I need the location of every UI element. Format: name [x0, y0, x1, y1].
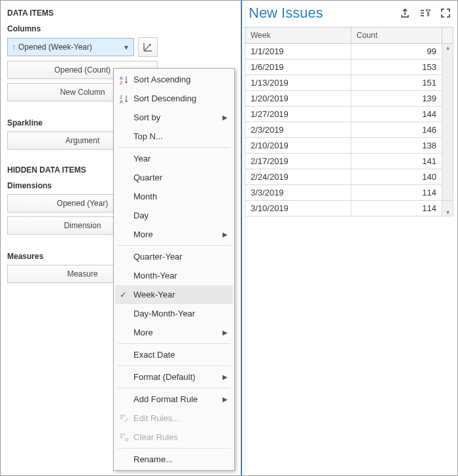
table-row[interactable]: 2/10/2019138	[245, 138, 453, 154]
menu-sort-descending[interactable]: ZASort Descending	[115, 89, 233, 108]
cell-week: 1/20/2019	[245, 91, 351, 107]
panel-title: New Issues	[249, 5, 323, 22]
menu-week-year[interactable]: ✓Week-Year	[115, 285, 233, 304]
cell-week: 3/3/2019	[245, 185, 351, 201]
sort-asc-icon: AZ	[115, 75, 133, 84]
svg-rect-4	[120, 415, 122, 416]
cell-count: 114	[351, 201, 442, 216]
table-row[interactable]: 2/17/2019141	[245, 154, 453, 169]
cell-week: 1/1/2019	[245, 44, 351, 60]
edit-rules-icon	[115, 414, 133, 423]
menu-top-n[interactable]: Top N...	[115, 127, 233, 146]
menu-month-year[interactable]: Month-Year	[115, 266, 233, 285]
context-menu: AZSort Ascending ZASort Descending Sort …	[113, 68, 235, 471]
menu-sort-by[interactable]: Sort by▶	[115, 108, 233, 127]
sort-arrow-icon: ↑	[12, 42, 16, 52]
cell-count: 153	[351, 60, 442, 75]
filter-list-icon[interactable]	[419, 8, 431, 18]
cell-count: 138	[351, 138, 442, 154]
svg-text:Z: Z	[120, 95, 123, 99]
svg-rect-8	[123, 434, 125, 435]
menu-quarter-year[interactable]: Quarter-Year	[115, 247, 233, 266]
table-row[interactable]: 1/13/2019151	[245, 75, 453, 91]
cell-count: 151	[351, 75, 442, 91]
submenu-arrow-icon: ▶	[222, 114, 228, 121]
field-label: Opened (Week-Year)	[18, 42, 92, 52]
menu-format[interactable]: Format (Default)▶	[115, 367, 233, 386]
cell-week: 2/3/2019	[245, 122, 351, 138]
menu-add-format-rule[interactable]: Add Format Rule▶	[115, 390, 233, 409]
menu-month[interactable]: Month	[115, 187, 233, 206]
cell-week: 2/24/2019	[245, 169, 351, 185]
submenu-arrow-icon: ▶	[222, 231, 228, 238]
menu-rename[interactable]: Rename...	[115, 450, 233, 469]
menu-more-1[interactable]: More▶	[115, 225, 233, 244]
cell-count: 144	[351, 107, 442, 122]
svg-rect-5	[123, 415, 125, 416]
cell-week: 3/10/2019	[245, 201, 351, 216]
field-opened-week-year[interactable]: ↑ Opened (Week-Year) ▼	[7, 38, 134, 56]
axis-icon-button[interactable]	[138, 37, 158, 57]
cell-week: 1/13/2019	[245, 75, 351, 91]
table-row[interactable]: 1/20/2019139	[245, 91, 453, 107]
scrollbar-up[interactable]: ▴	[442, 44, 453, 201]
right-panel: New Issues Week Count 1/1/201999▴1/6/201…	[241, 1, 457, 475]
menu-day[interactable]: Day	[115, 206, 233, 225]
menu-more-2[interactable]: More▶	[115, 323, 233, 342]
cell-week: 2/10/2019	[245, 138, 351, 154]
svg-rect-9	[120, 436, 122, 438]
columns-header: Columns	[7, 24, 158, 33]
cell-week: 1/6/2019	[245, 60, 351, 75]
data-grid: Week Count 1/1/201999▴1/6/20191531/13/20…	[245, 27, 453, 216]
scrollbar-down[interactable]: ▾	[442, 201, 453, 216]
export-icon[interactable]	[400, 8, 410, 18]
menu-edit-rules: Edit Rules...	[115, 409, 233, 428]
table-row[interactable]: 3/10/2019114▾	[245, 201, 453, 216]
menu-sort-ascending[interactable]: AZSort Ascending	[115, 70, 233, 89]
table-row[interactable]: 1/27/2019144	[245, 107, 453, 122]
svg-text:Z: Z	[120, 80, 123, 84]
menu-clear-rules: Clear Rules	[115, 428, 233, 447]
menu-quarter[interactable]: Quarter	[115, 168, 233, 187]
menu-day-month-year[interactable]: Day-Month-Year	[115, 304, 233, 323]
submenu-arrow-icon: ▶	[222, 373, 228, 381]
table-row[interactable]: 2/3/2019146	[245, 122, 453, 138]
submenu-arrow-icon: ▶	[222, 329, 228, 336]
column-header-count[interactable]: Count	[351, 27, 442, 44]
table-row[interactable]: 3/3/2019114	[245, 185, 453, 201]
cell-count: 139	[351, 91, 442, 107]
table-row[interactable]: 1/1/201999▴	[245, 44, 453, 60]
svg-rect-7	[120, 434, 122, 435]
svg-text:A: A	[120, 76, 123, 80]
menu-year[interactable]: Year	[115, 149, 233, 168]
cell-count: 99	[351, 44, 442, 60]
cell-count: 141	[351, 154, 442, 169]
sort-desc-icon: ZA	[115, 94, 133, 103]
submenu-arrow-icon: ▶	[222, 396, 228, 403]
dropdown-icon[interactable]: ▼	[123, 44, 130, 51]
cell-count: 114	[351, 185, 442, 201]
table-row[interactable]: 2/24/2019140	[245, 169, 453, 185]
svg-text:A: A	[120, 99, 123, 103]
svg-rect-6	[120, 417, 122, 419]
cell-count: 140	[351, 169, 442, 185]
cell-week: 2/17/2019	[245, 154, 351, 169]
cell-count: 146	[351, 122, 442, 138]
data-items-header: DATA ITEMS	[7, 8, 158, 18]
cell-week: 1/27/2019	[245, 107, 351, 122]
column-header-week[interactable]: Week	[245, 27, 351, 44]
table-row[interactable]: 1/6/2019153	[245, 60, 453, 75]
menu-exact-date[interactable]: Exact Date	[115, 345, 233, 364]
clear-rules-icon	[115, 433, 133, 442]
check-icon: ✓	[120, 290, 126, 299]
maximize-icon[interactable]	[440, 8, 451, 18]
